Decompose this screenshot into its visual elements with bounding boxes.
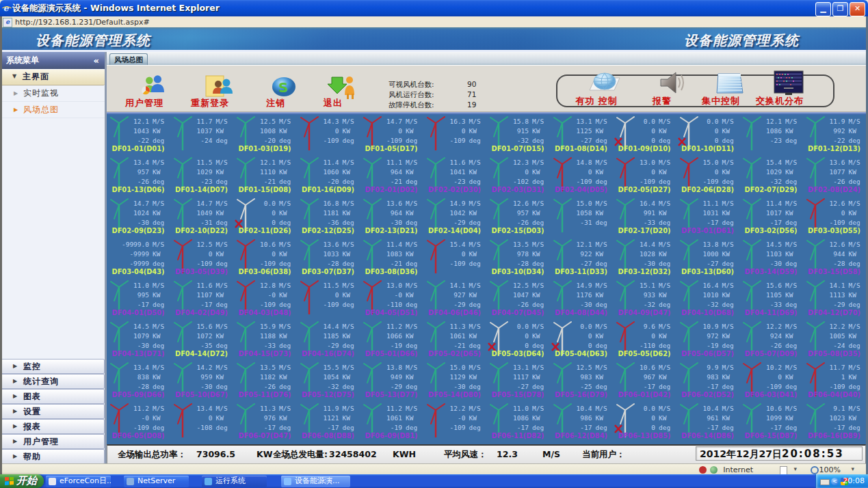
turbine-tile[interactable]: 11.6M/S1041KW-23degDF02-02(D30) [423, 155, 487, 196]
turbine-tile[interactable]: 14.7M/S1024KW-30degDF02-09(D23) [107, 196, 170, 237]
turbine-tile[interactable]: 15.0M/S1058KW-31deg [550, 196, 614, 237]
turbine-tile[interactable]: 12.6M/S957KW-26degDF02-15(D03) [486, 196, 550, 237]
turbine-tile[interactable]: 13.8M/S1000KW-27degDF03-13(D60) [676, 237, 740, 278]
turbine-tile[interactable]: 12.1M/S1086KW-23deg [739, 114, 803, 155]
toolbar-button-4[interactable]: 退出 [302, 74, 364, 114]
turbine-tile[interactable]: 0.0M/S0KW0degDF02-11(D26) [233, 196, 297, 237]
turbine-tile[interactable]: 10.6M/S1099KW-17degDF06-15(D87) [739, 401, 803, 442]
sidebar-section[interactable]: ▶报表 [0, 419, 105, 434]
address-bar[interactable]: e http://192.168.1.231/Default.aspx# [0, 16, 868, 28]
turbine-tile[interactable]: 11.2M/S1061KW-19degDF06-09(D81) [360, 401, 423, 442]
turbine-tile[interactable]: 11.7M/S1037KW-24deg [170, 114, 234, 155]
control-button-3[interactable]: 集中控制 [692, 70, 750, 107]
tray-language-icon[interactable]: < [831, 478, 839, 485]
turbine-tile[interactable]: 12.5M/S1008KW-20degDF01-03(D19) [233, 114, 297, 155]
turbine-tile[interactable]: 10.9M/S972KW-19degDF05-06(D57) [676, 319, 740, 360]
turbine-tile[interactable]: 11.3M/S1061KW-21degDF05-02(D65) [423, 319, 487, 360]
turbine-tile[interactable]: 13.6M/S1077KW-26degDF02-08(D24) [803, 155, 867, 196]
turbine-tile[interactable]: 11.0M/S995KW-17degDF04-01(D50) [107, 278, 170, 319]
turbine-tile[interactable]: 9.1M/S1023KW-17degDF06-16(D89) [803, 401, 867, 442]
turbine-tile[interactable]: 15.9M/S1188KW-33degDF04-15(D73) [233, 319, 297, 360]
sidebar-collapse-icon[interactable]: « [94, 52, 99, 69]
sidebar-item[interactable]: ▶实时监视 [0, 85, 105, 102]
turbine-tile[interactable]: 13.1M/S1117KW-27degDF05-15(D78) [486, 360, 550, 401]
sidebar-header[interactable]: 系统菜单 « [0, 52, 105, 69]
control-button-2[interactable]: 报警 [633, 70, 692, 107]
taskbar-task-1[interactable]: eForceCon日... [46, 476, 111, 487]
turbine-tile[interactable]: 0.0M/S0KW0degDF01-09(D10) [613, 114, 676, 155]
sidebar-section[interactable]: ▶统计查询 [0, 374, 105, 389]
turbine-tile[interactable]: 15.4M/S1029KW-32degDF02-07(D29) [739, 155, 803, 196]
turbine-tile[interactable]: 14.1M/S1113KW-29degDF04-12(D70) [803, 278, 867, 319]
sidebar-section-main[interactable]: ▼主界面 [0, 69, 105, 85]
taskbar-task-4[interactable]: 设备能源演... [281, 476, 350, 487]
tray-keyboard-icon[interactable] [820, 479, 830, 485]
turbine-tile[interactable]: 14.5M/S1079KW-30degDF04-13(D71) [107, 319, 170, 360]
turbine-tile[interactable]: 11.4M/S1083KW-21degDF03-08(D36) [360, 237, 423, 278]
turbine-tile[interactable]: 12.1M/S922KW-27degDF03-11(D33) [550, 237, 614, 278]
turbine-tile[interactable]: 16.4M/S991KW-33degDF02-17(D20) [613, 196, 676, 237]
turbine-tile[interactable]: 10.6M/S0KW-109degDF03-06(D38) [233, 237, 297, 278]
taskbar-task-3[interactable]: 运行系统 [202, 476, 267, 487]
turbine-tile[interactable]: 13.6M/S964KW-30degDF02-13(D21) [360, 196, 423, 237]
minimize-button[interactable]: ▁ [815, 2, 831, 16]
turbine-tile[interactable]: 12.2M/S1005KW-24degDF05-08(D35) [803, 319, 867, 360]
turbine-tile[interactable]: 11.5M/S1029KW-23degDF01-14(D07) [170, 155, 234, 196]
turbine-tile[interactable]: 12.1M/S1110KW-21degDF01-15(D08) [233, 155, 297, 196]
turbine-tile[interactable]: 13.0M/S0KW-109degDF02-05(D27) [613, 155, 676, 196]
sidebar-section[interactable]: ▶设置 [0, 404, 105, 419]
turbine-tile[interactable]: 13.5M/S978KW-28degDF03-10(D34) [486, 237, 550, 278]
restore-button[interactable]: ❐ [832, 2, 848, 16]
turbine-tile[interactable]: 11.3M/S976KW-17degDF06-07(D47) [233, 401, 297, 442]
start-button[interactable]: 开始 [0, 474, 44, 488]
turbine-tile[interactable]: 14.4M/S1185KW-29degDF04-16(D74) [297, 319, 360, 360]
turbine-tile[interactable]: 11.6M/S1107KW-17degDF04-02(D49) [170, 278, 234, 319]
turbine-tile[interactable]: 11.0M/S1086KW-17degDF06-11(D82) [486, 401, 550, 442]
zoom-icon[interactable] [811, 466, 819, 474]
zoom-level[interactable]: 100% [819, 465, 841, 474]
turbine-tile[interactable]: 13.5M/S1182KW-26degDF05-11(D76) [233, 360, 297, 401]
turbine-tile[interactable]: 14.2M/S959KW-30degDF05-10(D67) [170, 360, 234, 401]
turbine-tile[interactable]: 11.4M/S1017KW-17degDF03-02(D56) [739, 196, 803, 237]
turbine-tile[interactable]: 15.1M/S933KW-32degDF04-09(D47) [613, 278, 676, 319]
toolbar-button-2[interactable]: 重新登录 [179, 74, 241, 114]
turbine-tile[interactable]: 14.8M/S0KW-109degDF02-04(D05) [550, 155, 614, 196]
turbine-tile[interactable]: 15.5M/S1054KW-32degDF05-12(D75) [297, 360, 360, 401]
turbine-tile[interactable]: 16.4M/S1010KW-32degDF04-10(D68) [676, 278, 740, 319]
turbine-tile[interactable]: 12.6M/S944KW-28degDF03-15(D58) [803, 237, 867, 278]
turbine-tile[interactable]: 15.0M/S1129KW-30degDF05-14(D80) [423, 360, 487, 401]
turbine-tile[interactable]: 14.5M/S1103KW-30degDF03-14(D59) [739, 237, 803, 278]
turbine-tile[interactable]: 9.6M/S0KW-110degDF05-05(D62) [613, 319, 676, 360]
sidebar-section[interactable]: ▶帮助 [0, 449, 105, 464]
toolbar-button-3[interactable]: S注销 [245, 74, 306, 114]
close-button[interactable]: ✕ [850, 2, 865, 16]
turbine-tile[interactable]: 12.5M/S1047KW-26degDF04-07(D45) [486, 278, 550, 319]
turbine-tile[interactable]: 15.0M/S0KW-109degDF02-06(D28) [676, 155, 740, 196]
turbine-tile[interactable]: 14.3M/S0KW-109deg [297, 114, 360, 155]
turbine-tile[interactable]: 0.0M/S0KW0degDF05-03(D64) [486, 319, 550, 360]
toolbar-button-1[interactable]: 用户管理 [114, 74, 175, 114]
turbine-tile[interactable]: 16.8M/S1181KW-36degDF02-12(D25) [297, 196, 360, 237]
turbine-tile[interactable]: 13.4M/S838KW-28degDF05-09(D66) [107, 360, 170, 401]
turbine-tile[interactable]: 15.6M/S1105KW-33degDF04-11(D69) [739, 278, 803, 319]
turbine-tile[interactable]: 12.1M/S1043KW-22degDF01-01(D01) [107, 114, 170, 155]
turbine-tile[interactable]: 14.9M/S1042KW-29degDF02-14(D04) [423, 196, 487, 237]
turbine-tile[interactable]: 11.2M/S1066KW-19degDF05-01(D66) [360, 319, 423, 360]
turbine-tile[interactable]: 12.8M/S-0KW-109degDF04-03(D48) [233, 278, 297, 319]
turbine-tile[interactable]: 14.7M/S0KW-109degDF01-05(D17) [360, 114, 423, 155]
turbine-tile[interactable]: 13.0M/S-0KW-110degDF04-05(D51) [360, 278, 423, 319]
turbine-tile[interactable]: 13.1M/S1125KW-27degDF01-08(D14) [550, 114, 614, 155]
turbine-tile[interactable]: 15.4M/S0KW-109deg [423, 237, 487, 278]
turbine-tile[interactable]: 0.0M/S0KW0degDF06-13(D85) [613, 401, 676, 442]
turbine-tile[interactable]: 11.7M/S1KW-109degDF06-04(D40) [803, 360, 867, 401]
turbine-tile[interactable]: 10.2M/S0KW-109degDF06-03(D41) [739, 360, 803, 401]
sidebar-section[interactable]: ▶图表 [0, 389, 105, 404]
turbine-tile[interactable]: 12.2M/S-0KW-109deg [423, 401, 487, 442]
turbine-tile[interactable]: -9999.0M/S-9999KW-9999degDF03-04(D43) [107, 237, 170, 278]
turbine-tile[interactable]: 11.9M/S992KW-22degDF01-12(D13) [803, 114, 867, 155]
zoom-caret-icon[interactable]: ▾ [851, 465, 854, 472]
turbine-tile[interactable]: 13.4M/S957KW-26degDF01-13(D06) [107, 155, 170, 196]
turbine-tile[interactable]: 12.6M/S0KW-109degDF03-03(D55) [803, 196, 867, 237]
turbine-tile[interactable]: 14.4M/S1028KW-30degDF03-12(D32) [613, 237, 676, 278]
turbine-tile[interactable]: 12.2M/S924KW-26degDF05-07(D09) [739, 319, 803, 360]
